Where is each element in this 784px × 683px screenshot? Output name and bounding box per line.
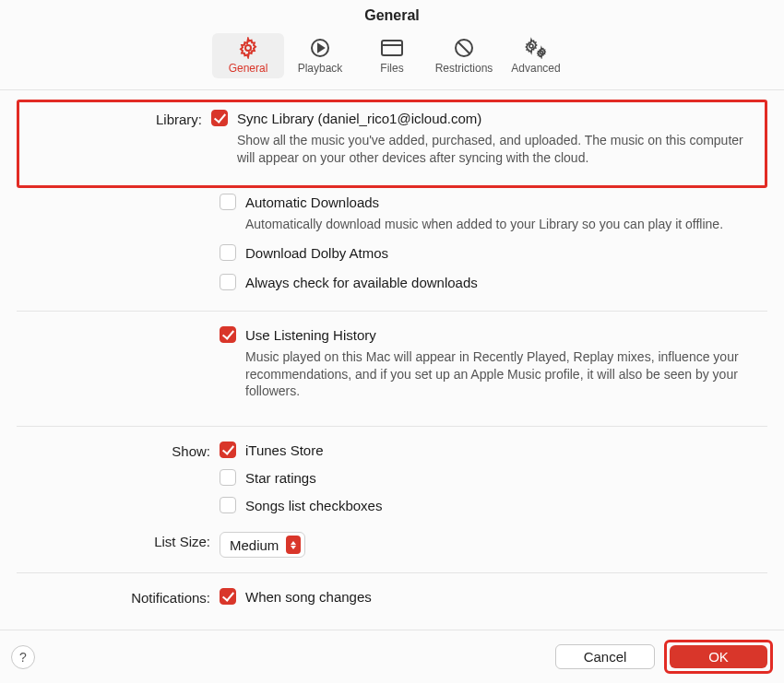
svg-rect-2	[382, 41, 402, 55]
songs-checkboxes-option[interactable]: Songs list checkboxes	[245, 497, 382, 513]
tab-restrictions[interactable]: Restrictions	[428, 33, 500, 78]
tab-files[interactable]: Files	[356, 33, 428, 78]
divider	[17, 572, 767, 573]
song-changes-checkbox[interactable]	[220, 588, 236, 605]
cancel-button[interactable]: Cancel	[555, 644, 655, 669]
sync-library-option[interactable]: Sync Library (daniel_rico1@icloud.com)	[237, 110, 481, 126]
show-label: Show:	[17, 442, 220, 459]
footer-bar: ? Cancel OK	[0, 630, 784, 683]
listening-history-description: Music played on this Mac will appear in …	[245, 348, 758, 401]
prohibit-icon	[453, 37, 475, 59]
sync-library-description: Show all the music you've added, purchas…	[237, 132, 750, 167]
star-ratings-checkbox[interactable]	[220, 469, 236, 486]
svg-point-6	[529, 44, 533, 48]
divider	[17, 311, 767, 312]
star-ratings-option[interactable]: Star ratings	[245, 469, 316, 486]
folder-icon	[380, 37, 404, 59]
song-changes-option[interactable]: When song changes	[245, 588, 372, 605]
stepper-icon	[286, 536, 301, 554]
play-circle-icon	[309, 37, 331, 59]
sync-library-checkbox[interactable]	[211, 110, 228, 126]
ok-button[interactable]: OK	[670, 645, 767, 668]
ok-button-highlight: OK	[664, 640, 773, 674]
songs-checkboxes-checkbox[interactable]	[220, 497, 236, 513]
list-size-value: Medium	[230, 537, 279, 553]
automatic-downloads-checkbox[interactable]	[220, 194, 236, 210]
window-title: General	[0, 0, 784, 28]
list-size-label: List Size:	[17, 532, 220, 549]
notifications-label: Notifications:	[17, 588, 220, 606]
listening-history-option[interactable]: Use Listening History	[245, 326, 376, 343]
automatic-downloads-option[interactable]: Automatic Downloads	[245, 194, 379, 210]
tab-advanced[interactable]: Advanced	[500, 33, 572, 78]
dolby-atmos-checkbox[interactable]	[220, 244, 236, 261]
check-downloads-checkbox[interactable]	[220, 274, 236, 290]
question-icon: ?	[19, 650, 27, 665]
dolby-atmos-option[interactable]: Download Dolby Atmos	[245, 244, 388, 261]
check-downloads-option[interactable]: Always check for available downloads	[245, 274, 478, 290]
content-area: Library: Sync Library (daniel_rico1@iclo…	[0, 100, 784, 619]
automatic-downloads-description: Automatically download music when added …	[245, 216, 758, 233]
help-button[interactable]: ?	[11, 645, 35, 669]
svg-line-5	[458, 42, 469, 53]
tab-playback[interactable]: Playback	[284, 33, 356, 78]
listening-history-checkbox[interactable]	[220, 326, 236, 343]
preferences-window: General General Playback	[0, 0, 784, 683]
svg-point-0	[245, 45, 251, 51]
sync-library-highlight: Library: Sync Library (daniel_rico1@iclo…	[17, 100, 767, 188]
svg-point-7	[540, 52, 543, 54]
list-size-select[interactable]: Medium	[220, 532, 305, 558]
gears-icon	[523, 37, 549, 59]
divider	[17, 426, 767, 427]
gear-icon	[237, 37, 259, 59]
preferences-toolbar: General Playback Files	[0, 28, 784, 90]
tab-general[interactable]: General	[212, 33, 284, 78]
itunes-store-checkbox[interactable]	[220, 442, 236, 458]
itunes-store-option[interactable]: iTunes Store	[245, 442, 324, 458]
library-label: Library:	[25, 110, 211, 178]
